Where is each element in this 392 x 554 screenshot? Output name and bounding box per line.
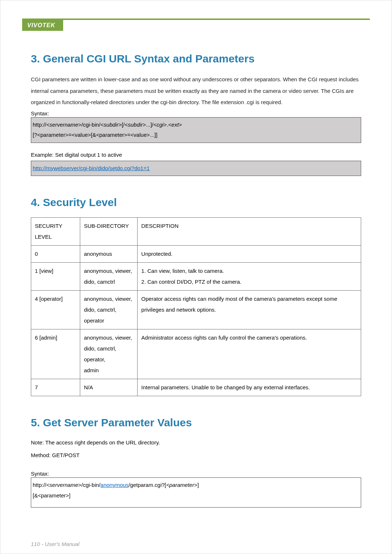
code-frag-em: <parameter> bbox=[166, 482, 197, 488]
section-4-heading: 4. Security Level bbox=[31, 196, 361, 209]
th-security-level: SECURITY LEVEL bbox=[31, 218, 80, 246]
cell-desc: 1. Can view, listen, talk to camera. 2. … bbox=[138, 263, 361, 291]
cell-subdir: N/A bbox=[80, 379, 138, 396]
cell-level: 6 [admin] bbox=[31, 329, 80, 379]
example-code-box: http://mywebserver/cgi-bin/dido/setdo.cg… bbox=[31, 161, 361, 176]
cell-desc: Unprotected. bbox=[138, 246, 361, 263]
code-line-1: http://<servername>/cgi-bin/anonymous/ge… bbox=[33, 480, 359, 491]
cell-subdir: anonymous, viewer, dido, camctrl, operat… bbox=[80, 329, 138, 379]
cell-desc: Internal parameters. Unable to be change… bbox=[138, 379, 361, 396]
table-row: 7 N/A Internal parameters. Unable to be … bbox=[31, 379, 361, 396]
code-frag: >.< bbox=[164, 122, 172, 128]
example-link[interactable]: http://mywebserver/cgi-bin/dido/setdo.cg… bbox=[33, 165, 150, 171]
syntax-label-1: Syntax: bbox=[31, 110, 361, 116]
code-frag-em: subdir bbox=[104, 122, 119, 128]
cell-subdir: anonymous bbox=[80, 246, 138, 263]
cell-subdir: anonymous, viewer, dido, camctrl, operat… bbox=[80, 291, 138, 329]
example-label: Example: Set digital output 1 to active bbox=[31, 152, 361, 158]
code-line-2: [&<parameter>] bbox=[33, 491, 359, 501]
table-row: 6 [admin] anonymous, viewer, dido, camct… bbox=[31, 329, 361, 379]
page: VIVOTEK 3. General CGI URL Syntax and Pa… bbox=[0, 0, 392, 554]
th-sub-directory: SUB-DIRECTORY bbox=[80, 218, 138, 246]
code-frag: http://< bbox=[33, 482, 49, 488]
note-line: Note: The access right depends on the UR… bbox=[31, 438, 361, 448]
page-footer: 110 - User's Manual bbox=[31, 541, 79, 547]
table-row: 1 [view] anonymous, viewer, dido, camctr… bbox=[31, 263, 361, 291]
code-frag: >/cgi-bin/< bbox=[78, 122, 104, 128]
cell-level: 4 [operator] bbox=[31, 291, 80, 329]
section-3-heading: 3. General CGI URL Syntax and Parameters bbox=[31, 53, 361, 65]
code-frag-em: servername bbox=[49, 482, 78, 488]
section-5-heading: 5. Get Server Parameter Values bbox=[31, 416, 361, 429]
security-level-table: SECURITY LEVEL SUB-DIRECTORY DESCRIPTION… bbox=[31, 217, 361, 396]
code-frag: >...]/< bbox=[143, 122, 156, 128]
code-frag-em: ext bbox=[171, 122, 179, 128]
code-frag-em: cgi bbox=[156, 122, 163, 128]
code-frag: http://< bbox=[33, 122, 49, 128]
table-row: 0 anonymous Unprotected. bbox=[31, 246, 361, 263]
code-frag-em: servername bbox=[49, 122, 78, 128]
cell-desc: Administrator access rights can fully co… bbox=[138, 329, 361, 379]
brand-label: VIVOTEK bbox=[22, 20, 63, 31]
syntax-label-2: Syntax: bbox=[31, 471, 361, 477]
cell-level: 7 bbox=[31, 379, 80, 396]
table-header-row: SECURITY LEVEL SUB-DIRECTORY DESCRIPTION bbox=[31, 218, 361, 246]
cell-desc: Operator access rights can modify most o… bbox=[138, 291, 361, 329]
section-3-paragraph: CGI parameters are written in lower-case… bbox=[31, 74, 361, 108]
cell-subdir: anonymous, viewer, dido, camctrl bbox=[80, 263, 138, 291]
method-line: Method: GET/POST bbox=[31, 450, 361, 461]
table-row: 4 [operator] anonymous, viewer, dido, ca… bbox=[31, 291, 361, 329]
cell-level: 1 [view] bbox=[31, 263, 80, 291]
code-frag: >[/< bbox=[118, 122, 128, 128]
anonymous-link[interactable]: anonymous bbox=[101, 482, 129, 488]
syntax-code-box-1: http://<servername>/cgi-bin/<subdir>[/<s… bbox=[31, 117, 361, 143]
code-frag: /getparam.cgi?[ bbox=[128, 482, 166, 488]
th-description: DESCRIPTION bbox=[138, 218, 361, 246]
code-line-1: http://<servername>/cgi-bin/<subdir>[/<s… bbox=[33, 120, 359, 130]
code-frag: >/cgi-bin/ bbox=[78, 482, 101, 488]
syntax-code-box-2: http://<servername>/cgi-bin/anonymous/ge… bbox=[31, 477, 361, 508]
content-area: 3. General CGI URL Syntax and Parameters… bbox=[0, 31, 392, 508]
code-frag-em: subdir bbox=[128, 122, 143, 128]
code-line-2: [?<parameter>=<value>[&<parameter>=<valu… bbox=[33, 130, 359, 140]
header-rule bbox=[22, 19, 370, 20]
code-frag: > bbox=[179, 122, 182, 128]
code-frag: ] bbox=[197, 482, 199, 488]
cell-level: 0 bbox=[31, 246, 80, 263]
